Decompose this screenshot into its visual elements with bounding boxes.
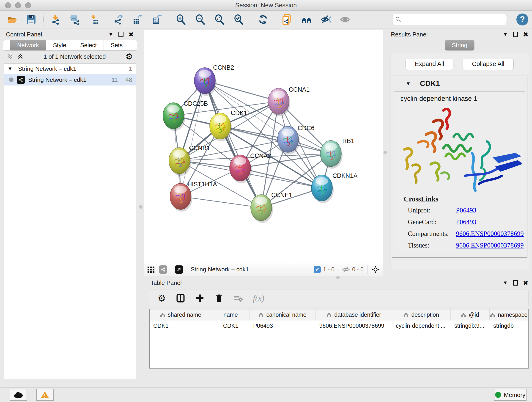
table-cell[interactable]: stringdb (490, 320, 528, 331)
help-button[interactable]: ? (516, 13, 528, 26)
network-node-CCNA1[interactable] (268, 88, 290, 116)
column-header-name[interactable]: name (212, 309, 249, 320)
close-panel-icon[interactable]: ✖ (523, 279, 528, 287)
zoom-fit-button[interactable] (214, 14, 225, 25)
panel-menu-icon[interactable]: ▼ (503, 280, 508, 286)
right-splitter-handle[interactable] (384, 151, 387, 154)
export-image-button[interactable] (151, 14, 162, 25)
open-in-window-icon[interactable] (175, 265, 183, 274)
column-header-canonical-name[interactable]: canonical name (249, 309, 316, 320)
tab-style[interactable]: Style (46, 40, 73, 51)
expand-all-icon[interactable] (17, 53, 24, 60)
string-results-box: Expand All Collapse All ▼ CDK1 cyclin-de… (390, 53, 529, 269)
network-share-icon[interactable] (159, 265, 167, 274)
column-header-description[interactable]: description (392, 309, 451, 320)
network-node-CCNB2[interactable] (194, 68, 216, 96)
export-network-button[interactable] (113, 14, 124, 25)
left-splitter-handle[interactable] (139, 205, 143, 209)
column-header-shared-name[interactable]: shared name (150, 309, 212, 320)
hide-unhide-button[interactable] (320, 14, 331, 25)
close-panel-icon[interactable]: ✖ (128, 31, 134, 38)
birdseye-toggle-icon[interactable] (371, 265, 380, 274)
tab-sets[interactable]: Sets (104, 40, 129, 51)
network-options-gear-icon[interactable]: ⚙ (126, 52, 133, 61)
network-collection-row[interactable]: ▼ String Network – cdk1 1 (4, 64, 136, 74)
network-node-CCNE1[interactable] (251, 195, 273, 223)
crosslink-uniprot-link[interactable]: P06493 (456, 206, 476, 214)
float-panel-icon[interactable] (119, 32, 123, 37)
expand-all-button[interactable]: Expand All (405, 58, 454, 70)
clone-network-button[interactable] (282, 14, 293, 25)
memory-button[interactable]: Memory (494, 389, 526, 401)
network-row-selected[interactable]: String Network – cdk1 11 48 (4, 74, 136, 85)
network-node-RB1[interactable] (320, 140, 342, 169)
table-cell[interactable]: CDK1 (150, 320, 212, 331)
gray-eye-icon (340, 14, 350, 25)
close-panel-icon[interactable]: ✖ (523, 31, 528, 38)
crosslink-tissues-link[interactable]: 9606.ENSP00000378699 (456, 242, 524, 249)
delete-column-icon[interactable] (215, 294, 224, 303)
import-table-button[interactable] (89, 14, 99, 25)
export-table-button[interactable] (132, 14, 143, 25)
table-cell[interactable]: 9606.ENSP00000378699 (316, 320, 392, 331)
table-row[interactable]: CDK1CDK1P064939606.ENSP00000378699cyclin… (150, 320, 528, 331)
node-label-CDKN1A: CDKN1A (332, 172, 358, 179)
add-column-icon[interactable] (195, 294, 204, 303)
cloud-button[interactable] (10, 389, 27, 401)
selected-checkbox-icon[interactable]: ✔ (314, 266, 321, 273)
import-database-button[interactable] (69, 14, 80, 25)
open-session-button[interactable] (6, 14, 17, 25)
collapse-all-button[interactable]: Collapse All (462, 58, 514, 70)
float-panel-icon[interactable] (513, 280, 518, 286)
network-node-CDK1[interactable] (210, 113, 232, 141)
memory-status-dot (495, 392, 501, 398)
table-options-gear-icon[interactable]: ⚙ (158, 294, 166, 303)
panel-menu-icon[interactable]: ▼ (108, 32, 114, 37)
network-node-CCNA2[interactable] (230, 155, 252, 183)
network-edge (181, 196, 261, 208)
crosslink-genecard-link[interactable]: P06493 (456, 218, 476, 226)
column-header-database-identifier[interactable]: database identifier (316, 309, 392, 320)
crosslink-label: GeneCard: (408, 218, 456, 226)
table-cell[interactable]: cyclin-dependent ... (392, 320, 451, 331)
protein-structure-image (394, 102, 522, 194)
zoom-out-button[interactable] (195, 14, 206, 25)
houses-icon (301, 14, 312, 25)
show-columns-icon[interactable] (176, 294, 185, 303)
collapse-all-icon[interactable] (7, 53, 14, 60)
column-header-namespace[interactable]: namespace (490, 309, 528, 320)
save-session-button[interactable] (26, 14, 37, 25)
birdseye-button[interactable] (301, 14, 312, 25)
search-box[interactable] (392, 14, 507, 25)
tab-select[interactable]: Select (73, 40, 104, 51)
cloud-icon (14, 392, 23, 398)
network-node-CCNB1[interactable] (169, 148, 191, 176)
crosslink-compartments-link[interactable]: 9606.ENSP00000378699 (456, 230, 524, 237)
warnings-button[interactable] (36, 389, 54, 401)
selected-counts: 1 - 0 (323, 266, 335, 273)
table-cell[interactable]: stringdb:9... (451, 320, 490, 331)
float-panel-icon[interactable] (513, 32, 518, 37)
tab-string[interactable]: String (445, 40, 474, 51)
show-graphics-button[interactable] (340, 14, 351, 25)
table-panel: Table Panel ▼ ✖ ⚙ (146, 278, 532, 387)
network-graph[interactable]: CCNB2CCNA1CDC25BCDK1CDC6RB1CCNB1CCNA2CDK… (144, 30, 383, 263)
collection-expand-icon[interactable]: ▼ (7, 66, 13, 72)
network-node-CDKN1A[interactable] (311, 175, 334, 203)
zoom-selected-button[interactable] (233, 14, 244, 25)
protein-card-header[interactable]: ▼ CDK1 (392, 77, 527, 90)
zoom-in-button[interactable] (176, 14, 186, 25)
refresh-button[interactable] (258, 14, 268, 25)
node-label-CCNB2: CCNB2 (213, 64, 234, 71)
column-header--id[interactable]: @id (451, 309, 490, 320)
table-cell[interactable]: CDK1 (212, 320, 249, 331)
table-cell[interactable]: P06493 (249, 320, 316, 331)
main-toolbar: ? (0, 11, 532, 28)
search-input[interactable] (401, 15, 507, 24)
panel-menu-icon[interactable]: ▼ (503, 32, 508, 37)
import-network-button[interactable] (50, 14, 61, 25)
tab-network[interactable]: Network (10, 40, 46, 51)
delete-table-icon (234, 294, 243, 303)
grid-view-icon[interactable] (147, 266, 155, 274)
protein-expand-icon[interactable]: ▼ (406, 81, 411, 87)
